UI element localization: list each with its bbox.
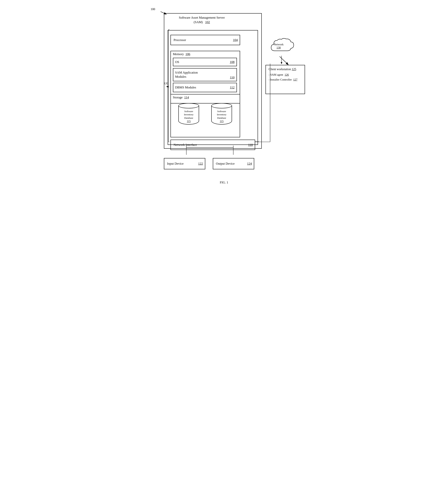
output-device-label: Output Device [216,162,247,166]
db2-ref: 115 [220,120,224,123]
storage-label: Storage 114 [173,96,189,99]
storage-ref: 114 [184,96,189,99]
output-device-box: Output Device 124 [213,158,254,169]
dbms-box: DBMS Modules 112 [173,83,237,92]
page-container: 100 Software Asset Management Server (SA… [139,8,309,184]
output-device-ref: 124 [247,162,252,166]
client-item1-ref: 126 [285,73,289,76]
sam-server-label: Software Asset Management Server (SAM) 1… [179,16,225,24]
client-title: Client workstation 125 [269,68,302,71]
label-100: 100 [151,8,155,11]
sam-app-label: SAM ApplicationModules [175,71,230,79]
dbms-ref: 112 [230,86,235,89]
svg-line-14 [280,56,288,64]
sam-server-ref: 102 [205,20,210,24]
memory-label: Memory 106 [173,52,190,56]
client-box: Client workstation 125 - SAM agent 126 -… [265,65,305,94]
input-device-label: Input Device [167,162,198,166]
processor-label: Processor [174,38,233,42]
client-item2: - Installer Controller 127 [269,77,302,82]
db1-cylinder: SoftwareInventoryDatabase 115 [176,103,201,125]
ni-ref: 118 [248,143,253,147]
os-box: OS 108 [173,58,237,66]
os-label: OS [175,60,230,64]
network-cloud-label: Network 130 [274,43,284,49]
db-area: SoftwareInventoryDatabase 115 SoftwareIn… [172,101,238,134]
client-item1: - SAM agent 126 [269,72,302,77]
sam-server-subtitle: (SAM) [194,20,203,24]
db1-top [178,103,199,108]
processor-box: Processor 104 [170,35,240,45]
db1-ref: 115 [187,120,191,123]
diagram: 100 Software Asset Management Server (SA… [139,8,309,177]
fig-label: FIG. 1 [139,181,309,184]
processor-ref: 104 [233,38,238,42]
client-item2-ref: 127 [293,78,297,81]
dbms-label: DBMS Modules [175,86,230,89]
db1-body: SoftwareInventoryDatabase 115 [178,106,199,125]
cloud-to-client-arrow [279,56,290,66]
db2-label: SoftwareInventoryDatabase [217,110,226,120]
db1-label: SoftwareInventoryDatabase [184,110,194,120]
db2-cylinder: SoftwareInventoryDatabase 115 [209,103,234,125]
memory-ref: 106 [185,52,190,56]
sam-app-ref: 110 [230,76,235,81]
client-title-ref: 125 [292,68,296,71]
network-cloud-ref: 130 [277,46,281,49]
os-ref: 108 [230,60,235,64]
input-device-box: Input Device 122 [164,158,205,169]
input-device-ref: 122 [198,162,203,166]
sam-app-box: SAM ApplicationModules 110 [173,68,237,81]
network-interface-box: Network Interface 118 [170,140,255,150]
db2-top [211,103,232,108]
db2-body: SoftwareInventoryDatabase 115 [211,106,232,125]
ni-label: Network Interface [174,143,248,147]
sam-server-title: Software Asset Management Server [179,16,225,19]
